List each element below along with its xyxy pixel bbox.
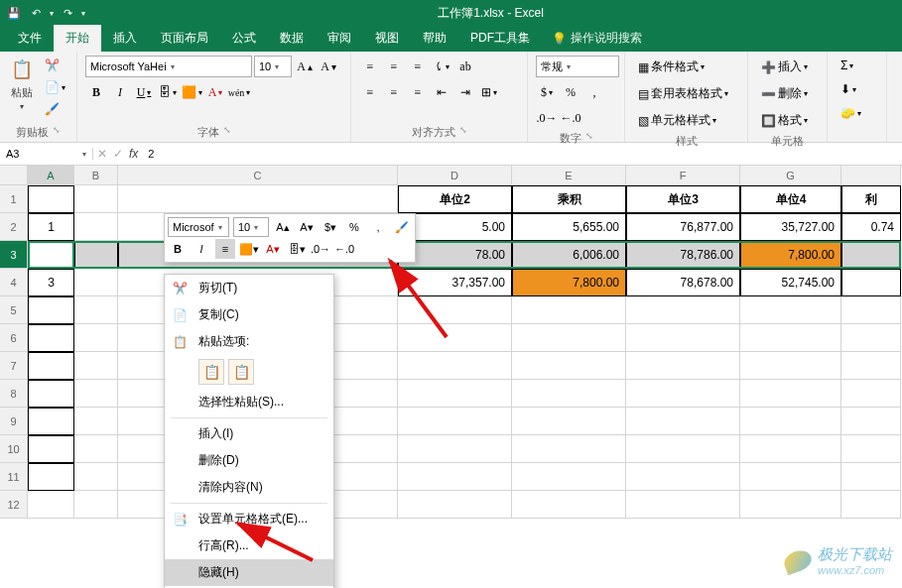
enter-formula-icon[interactable]: ✓ xyxy=(113,147,123,161)
menu-delete[interactable]: 删除(D) xyxy=(165,447,333,474)
col-header-B[interactable]: B xyxy=(74,166,118,185)
cell[interactable] xyxy=(74,380,118,408)
fill-color-button[interactable]: 🟧▾ xyxy=(181,81,202,103)
accounting-format-button[interactable]: $▾ xyxy=(536,81,558,103)
tell-me-search[interactable]: 💡 操作说明搜索 xyxy=(542,25,652,52)
font-color-button[interactable]: A▾ xyxy=(204,81,226,103)
cell[interactable]: 6,006.00 xyxy=(512,241,626,269)
mini-percent-button[interactable]: % xyxy=(344,217,364,237)
fill-button[interactable]: ⬇▾ xyxy=(836,79,861,99)
cell[interactable] xyxy=(740,352,841,380)
menu-paste-special[interactable]: 选择性粘贴(S)... xyxy=(165,389,333,415)
col-header-E[interactable]: E xyxy=(512,166,626,185)
cell[interactable] xyxy=(28,491,74,519)
decrease-decimal-button[interactable]: ←.0 xyxy=(560,107,581,129)
autosum-button[interactable]: Σ▾ xyxy=(836,56,858,75)
col-header-A[interactable]: A xyxy=(28,166,74,185)
cell[interactable] xyxy=(28,352,74,380)
cell[interactable] xyxy=(512,463,626,491)
cell[interactable] xyxy=(398,352,512,380)
cell[interactable] xyxy=(740,408,841,435)
paste-all-button[interactable]: 📋 xyxy=(198,359,224,385)
tab-insert[interactable]: 插入 xyxy=(101,25,149,52)
font-name-combo[interactable]: Microsoft YaHei▾ xyxy=(85,56,252,77)
tab-home[interactable]: 开始 xyxy=(54,25,101,52)
percent-format-button[interactable]: % xyxy=(560,81,581,103)
cell[interactable] xyxy=(74,269,118,296)
row-header-8[interactable]: 8 xyxy=(0,380,28,408)
tab-pdf-tools[interactable]: PDF工具集 xyxy=(458,25,542,52)
cell[interactable] xyxy=(28,463,74,491)
mini-bold-button[interactable]: B xyxy=(168,239,188,259)
mini-increase-font-button[interactable]: A▴ xyxy=(273,217,293,237)
orientation-button[interactable]: ⤹▾ xyxy=(431,56,452,77)
cell[interactable]: 3 xyxy=(28,269,74,296)
cell[interactable] xyxy=(398,296,512,324)
cell[interactable]: 乘积 xyxy=(512,185,626,213)
cell[interactable] xyxy=(740,380,841,408)
clear-button[interactable]: 🧽▾ xyxy=(836,103,866,123)
cell[interactable] xyxy=(74,408,118,435)
clipboard-dialog-launcher-icon[interactable]: ⤡ xyxy=(53,125,61,140)
tab-data[interactable]: 数据 xyxy=(268,25,316,52)
tab-view[interactable]: 视图 xyxy=(363,25,411,52)
save-icon[interactable]: 💾 xyxy=(6,5,22,21)
cell[interactable]: 52,745.00 xyxy=(740,269,841,296)
paste-values-button[interactable]: 📋 xyxy=(228,359,254,385)
format-as-table-button[interactable]: ▤套用表格格式▾ xyxy=(633,82,733,105)
cell[interactable]: 76,877.00 xyxy=(626,213,740,241)
cell[interactable] xyxy=(626,352,740,380)
row-header-4[interactable]: 4 xyxy=(0,269,28,296)
align-top-button[interactable]: ≡ xyxy=(359,56,381,77)
cell[interactable]: 2 xyxy=(28,241,74,269)
cell[interactable] xyxy=(626,380,740,408)
menu-copy[interactable]: 📄复制(C) xyxy=(165,301,333,328)
paste-button[interactable]: 📋 粘贴 ▾ xyxy=(8,56,36,111)
mini-decrease-font-button[interactable]: A▾ xyxy=(297,217,317,237)
increase-indent-button[interactable]: ⇥ xyxy=(454,81,476,103)
row-header-9[interactable]: 9 xyxy=(0,408,28,435)
cell[interactable] xyxy=(626,408,740,435)
align-middle-button[interactable]: ≡ xyxy=(383,56,405,77)
border-button[interactable]: 🗄▾ xyxy=(157,81,179,103)
cells-delete-button[interactable]: ➖删除▾ xyxy=(756,82,813,105)
menu-hide[interactable]: 隐藏(H) xyxy=(165,559,333,586)
cell[interactable] xyxy=(74,241,118,269)
comma-format-button[interactable]: , xyxy=(583,81,605,103)
cell[interactable]: 7,800.00 xyxy=(512,269,626,296)
formula-bar-input[interactable]: 2 xyxy=(142,148,902,160)
cancel-formula-icon[interactable]: ✕ xyxy=(97,147,107,161)
cell[interactable] xyxy=(28,185,74,213)
cell-styles-button[interactable]: ▧单元格样式▾ xyxy=(633,109,721,132)
increase-font-button[interactable]: A▴ xyxy=(294,56,316,77)
cells-insert-button[interactable]: ➕插入▾ xyxy=(756,56,813,78)
copy-button[interactable]: 📄▾ xyxy=(40,77,70,97)
phonetic-guide-button[interactable]: wén▾ xyxy=(228,81,250,103)
mini-increase-decimal-button[interactable]: .0→ xyxy=(311,239,330,259)
row-header-12[interactable]: 12 xyxy=(0,491,28,519)
cell[interactable]: 单位2 xyxy=(398,185,512,213)
cell[interactable] xyxy=(398,463,512,491)
cell[interactable] xyxy=(626,491,740,519)
font-size-combo[interactable]: 10▾ xyxy=(254,56,292,77)
cell[interactable] xyxy=(74,296,118,324)
row-header-1[interactable]: 1 xyxy=(0,185,28,213)
cut-button[interactable]: ✂️ xyxy=(40,56,70,75)
cell[interactable] xyxy=(740,491,841,519)
cell[interactable]: 78,786.00 xyxy=(626,241,740,269)
cell[interactable]: 单位3 xyxy=(626,185,740,213)
conditional-format-button[interactable]: ▦条件格式▾ xyxy=(633,56,709,78)
cell[interactable]: 5,655.00 xyxy=(512,213,626,241)
menu-clear-contents[interactable]: 清除内容(N) xyxy=(165,474,333,501)
mini-decrease-decimal-button[interactable]: ←.0 xyxy=(334,239,354,259)
cell[interactable] xyxy=(74,185,118,213)
align-right-button[interactable]: ≡ xyxy=(407,81,429,103)
mini-font-color-button[interactable]: A▾ xyxy=(263,239,283,259)
format-painter-button[interactable]: 🖌️ xyxy=(40,99,70,119)
select-all-button[interactable] xyxy=(0,166,28,185)
col-header-C[interactable]: C xyxy=(118,166,398,185)
cell[interactable] xyxy=(28,296,74,324)
menu-row-height[interactable]: 行高(R)... xyxy=(165,532,333,559)
font-dialog-launcher-icon[interactable]: ⤡ xyxy=(223,125,231,140)
cell[interactable] xyxy=(626,435,740,463)
